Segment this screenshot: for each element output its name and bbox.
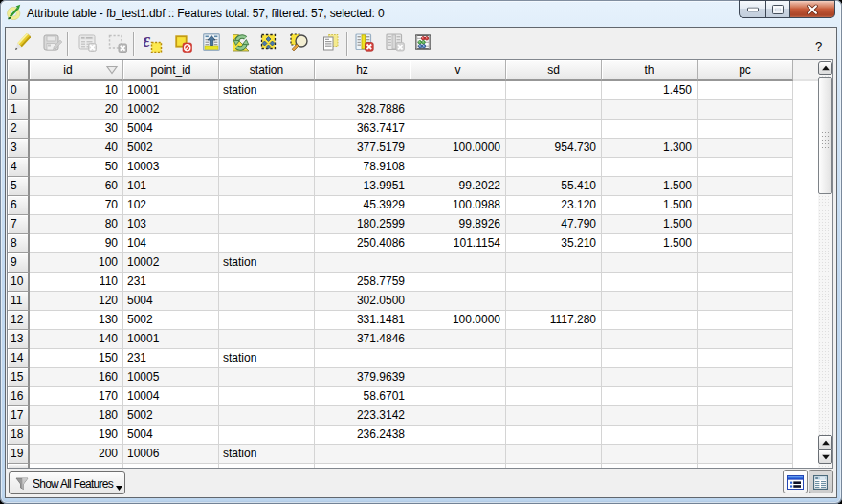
svg-text:ε: ε: [144, 33, 151, 51]
